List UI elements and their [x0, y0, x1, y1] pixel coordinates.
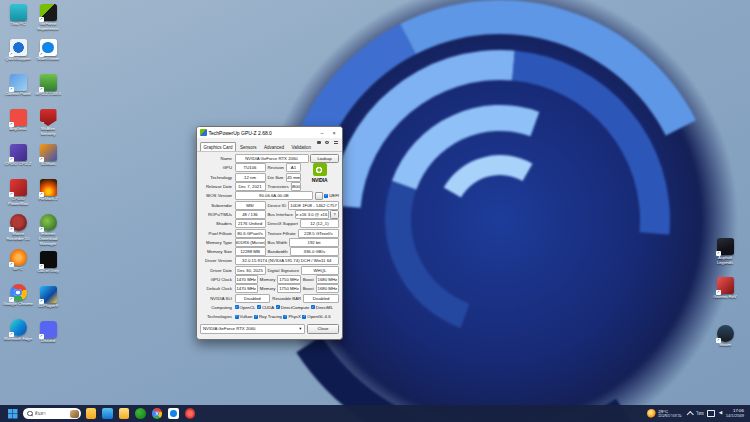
technology-label: Technology: [199, 175, 233, 180]
tray-chevron-up-icon[interactable]: [688, 411, 694, 417]
desktop-icon-macro-recorder[interactable]: ↗Macro Recorder 10: [3, 214, 33, 244]
taskbar-icon-folder[interactable]: [118, 407, 131, 420]
rops-tmus-label: ROPs/TMUs: [199, 212, 233, 217]
desktop-icon-edge[interactable]: ↗Microsoft Edge: [3, 319, 33, 349]
checkbox-check-icon: ✓: [235, 305, 239, 309]
powermax-icon: ↗: [10, 179, 27, 196]
desktop-icon-chrome[interactable]: ↗Google Chrome: [3, 284, 33, 314]
gpuz-toolbar: [315, 140, 339, 146]
row-computing: Computing✓OpenCL✓CUDA✓DirectCompute✓Dire…: [197, 303, 342, 312]
mcafee-icon: ↗: [40, 109, 57, 126]
directx-support-label: DirectX Support: [267, 221, 298, 226]
shortcut-arrow-icon: ↗: [39, 17, 44, 22]
desktop-icon-mcafee[interactable]: ↗McAfee Security: [33, 109, 63, 139]
desktop-icon-ldplayer[interactable]: ↗LDPlayer9: [33, 286, 63, 316]
physx-checkbox[interactable]: ✓PhysX: [283, 314, 300, 319]
bus-width-label: Bus Width: [267, 240, 288, 245]
desktop-icon-asphalt[interactable]: ↗Asphalt Legends: [710, 238, 740, 268]
directcompute-checkbox[interactable]: ✓DirectCompute: [276, 305, 310, 310]
desktop-icon-anydesk[interactable]: ↗AnyDesk: [3, 109, 33, 139]
speaker-icon[interactable]: ◀: [719, 411, 722, 416]
screenshot-camera-icon[interactable]: [315, 140, 322, 146]
memory-type-label: Memory Type: [199, 240, 233, 245]
opencl-checkbox[interactable]: ✓OpenCL: [235, 305, 256, 310]
subvendor-value: 10DE 1F08 - 1462 C757: [288, 201, 339, 210]
search-highlight-image[interactable]: [70, 410, 79, 418]
gpu-select-value: NVIDIA GeForce RTX 2060: [203, 326, 255, 331]
desktop-icon-steam[interactable]: ↗Steam: [710, 325, 740, 355]
edge-icon: ↗: [10, 319, 27, 336]
display-tray-icon[interactable]: [707, 410, 715, 417]
gpu-clock-value: 1750 MHz: [277, 275, 300, 284]
minimize-button[interactable]: –: [317, 129, 327, 137]
boost-label: Boost: [302, 286, 314, 291]
shortcut-arrow-icon: ↗: [39, 227, 44, 232]
pixel-fillrate-value: 80.6 GPixel/s: [235, 229, 266, 238]
furmark-icon: ↗: [40, 179, 57, 196]
tab-validation[interactable]: Validation: [288, 142, 314, 151]
desktop-icon-label: Asphalt Legends: [710, 256, 740, 266]
gpuz-titlebar[interactable]: TechPowerUp GPU-Z 2.68.0 – ×: [197, 127, 342, 138]
desktop-icon-label: This PC: [11, 22, 26, 27]
taskbar-icon-teamviewer[interactable]: [167, 407, 180, 420]
cuda-checkbox[interactable]: ✓CUDA: [257, 305, 274, 310]
geforce-experience-icon: ↗: [40, 4, 57, 21]
desktop-icon-control-panel[interactable]: ↗Control Panel: [3, 74, 33, 104]
memory-label: Memory: [259, 286, 276, 291]
search-input[interactable]: ค้นหา: [23, 408, 81, 419]
quicksupport-icon: ↗: [10, 39, 27, 56]
rops-tmus-value: PCIe x16 3.0 @ x16 3.0: [295, 210, 329, 219]
tab-sensors[interactable]: Sensors: [237, 142, 261, 151]
desktop-icon-gpu-z[interactable]: ↗GPU-Z 2.68.0: [33, 74, 63, 104]
language-indicator[interactable]: ไทย: [696, 410, 703, 417]
menu-icon[interactable]: [332, 140, 339, 146]
lookup-button[interactable]: Lookup: [310, 154, 339, 163]
desktop-icon-quicksupport[interactable]: ↗QuickSupport: [3, 39, 33, 69]
row-gpu-clock: GPU Clock1470 MHzMemory1750 MHzBoost1680…: [197, 275, 342, 284]
close-button[interactable]: Close: [307, 324, 339, 334]
row-shaders: Shaders2176 UnifiedDirectX Support12 (12…: [197, 219, 342, 228]
checkbox-label: DirectML: [316, 305, 333, 310]
desktop-icon-powermax[interactable]: ↗CPUID PowerMax: [3, 179, 33, 209]
taskbar-icon-record[interactable]: [184, 407, 197, 420]
vulkan-checkbox[interactable]: ✓Vulkan: [235, 314, 253, 319]
uefi-checkbox[interactable]: ✓UEFI: [324, 193, 339, 198]
desktop-icon-cpu-z[interactable]: ↗CPUID CPU-Z: [3, 144, 33, 174]
opengl-4-6-checkbox[interactable]: ✓OpenGL 4.6: [302, 314, 330, 319]
theme-icon[interactable]: [324, 140, 331, 146]
system-tray: ไทย ◀ 17:06 14/1/2569: [688, 408, 744, 418]
desktop-icon-this-pc[interactable]: This PC: [3, 4, 33, 34]
bus-interface-query-button[interactable]: ?: [330, 210, 339, 219]
gpu-select[interactable]: NVIDIA GeForce RTX 2060 ▾: [200, 324, 305, 334]
directml-checkbox[interactable]: ✓DirectML: [311, 305, 333, 310]
start-button[interactable]: [6, 407, 19, 420]
desktop-icon-mpc-hc[interactable]: ↗MPC: [3, 249, 33, 279]
desktop-icon-cod[interactable]: ↗Call of Duty: [33, 251, 63, 281]
chevron-down-icon: ▾: [299, 326, 301, 331]
taskbar-icon-file-explorer[interactable]: [85, 407, 98, 420]
checkbox-check-icon: ✓: [324, 194, 328, 198]
taskbar-icon-chrome[interactable]: [151, 407, 164, 420]
memory-type-value: 192 bit: [289, 238, 339, 247]
desktop-icon-discord[interactable]: ↗Discord: [33, 321, 63, 351]
desktop-icon-teamviewer[interactable]: ↗TeamViewer: [33, 39, 63, 69]
driver-version-label: Driver Version: [199, 258, 233, 263]
bios-save-icon[interactable]: [315, 192, 323, 200]
clock[interactable]: 17:06 14/1/2569: [726, 408, 744, 418]
desktop-icon-rov[interactable]: ↗Garena RoV: [710, 277, 740, 307]
row-nvidia-sli: NVIDIA SLIDisabledResizable BARDisabled: [197, 293, 342, 302]
weather-widget[interactable]: 29°C มีเมฆบางส่วน: [644, 409, 685, 419]
desktop-icon-geforce-experience[interactable]: ↗GeForce Experience: [33, 4, 63, 34]
taskbar-icon-xbox[interactable]: [134, 407, 147, 420]
taskbar-icon-store[interactable]: [101, 407, 114, 420]
ray-tracing-checkbox[interactable]: ✓Ray Tracing: [254, 314, 282, 319]
close-window-button[interactable]: ×: [329, 129, 339, 137]
tab-graphics-card[interactable]: Graphics Card: [200, 142, 236, 151]
tab-advanced[interactable]: Advanced: [261, 142, 288, 151]
transistors-label: Transistors: [267, 184, 289, 189]
desktop-icon-3dmark[interactable]: ↗3DMark: [33, 144, 63, 174]
desktop-icon-furmark[interactable]: ↗FurMark 2: [33, 179, 63, 209]
checkbox-check-icon: ✓: [257, 305, 261, 309]
desktop-icon-idm[interactable]: ↗Internet Download Manager: [33, 214, 63, 246]
boost-label: Boost: [302, 277, 314, 282]
